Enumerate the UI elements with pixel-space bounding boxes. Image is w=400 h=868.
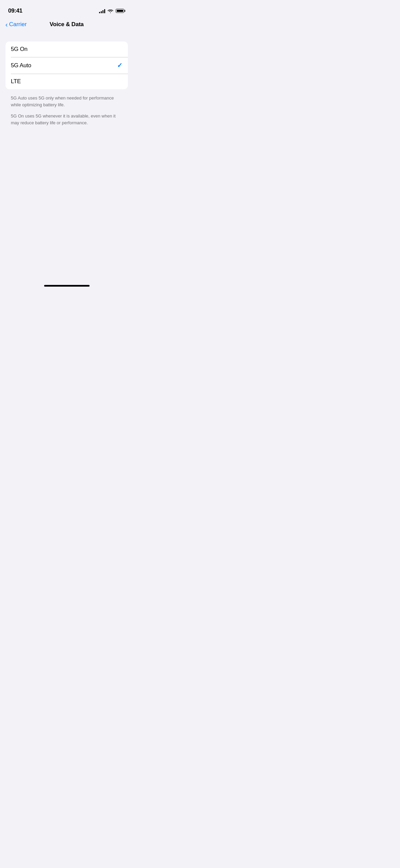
home-indicator	[44, 285, 90, 287]
back-button[interactable]: ‹ Carrier	[5, 21, 27, 28]
description-5g-auto: 5G Auto uses 5G only when needed for per…	[11, 95, 122, 108]
back-label: Carrier	[9, 21, 27, 28]
signal-bars-icon	[99, 9, 105, 13]
option-5g-auto-label: 5G Auto	[11, 62, 31, 69]
signal-bar-4	[104, 9, 105, 13]
signal-bar-3	[102, 10, 103, 13]
back-chevron-icon: ‹	[5, 21, 8, 28]
status-icons	[99, 9, 125, 13]
battery-icon	[116, 9, 125, 13]
option-5g-auto[interactable]: 5G Auto ✓	[5, 57, 128, 74]
option-lte-label: LTE	[11, 78, 21, 85]
option-lte[interactable]: LTE	[5, 74, 128, 89]
option-5g-on[interactable]: 5G On	[5, 41, 128, 57]
checkmark-icon: ✓	[117, 61, 122, 69]
main-content: 5G On 5G Auto ✓ LTE 5G Auto uses 5G only…	[0, 32, 133, 126]
options-card: 5G On 5G Auto ✓ LTE	[5, 41, 128, 89]
nav-bar: ‹ Carrier Voice & Data	[0, 17, 133, 32]
wifi-icon	[108, 9, 113, 13]
option-5g-on-label: 5G On	[11, 46, 27, 53]
signal-bar-2	[101, 11, 102, 13]
description-5g-on: 5G On uses 5G whenever it is available, …	[11, 113, 122, 126]
status-time: 09:41	[8, 7, 22, 14]
description-section: 5G Auto uses 5G only when needed for per…	[5, 92, 128, 126]
signal-bar-1	[99, 12, 100, 13]
status-bar: 09:41	[0, 0, 133, 17]
nav-title: Voice & Data	[50, 21, 83, 28]
